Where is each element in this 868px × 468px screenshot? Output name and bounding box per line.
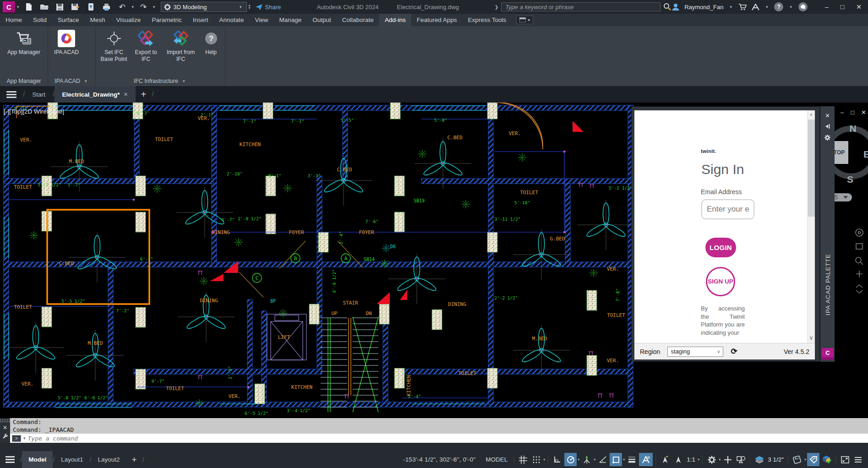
tab-home[interactable]: Home [0, 14, 27, 26]
new-file-icon[interactable] [22, 2, 36, 12]
palette-title[interactable]: IPA ACAD PALETTE [824, 254, 831, 316]
tab-visualize[interactable]: Visualize [111, 14, 147, 26]
elevation-layers-icon[interactable] [753, 453, 765, 466]
tab-featured-apps[interactable]: Featured Apps [411, 14, 463, 26]
share-button[interactable]: Share [255, 4, 281, 11]
tab-output[interactable]: Output [307, 14, 337, 26]
layout-menu-icon[interactable] [5, 456, 15, 463]
qat-customize-icon[interactable]: ▾▾ [249, 5, 251, 9]
scrollbar-thumb[interactable] [808, 120, 815, 217]
undo-icon[interactable]: ↶ [115, 2, 129, 12]
save-icon[interactable] [53, 2, 67, 12]
window-maximize-button[interactable]: □ [841, 3, 844, 11]
help-caret-icon[interactable]: ▾ [790, 5, 792, 9]
tab-express-tools[interactable]: Express Tools [462, 14, 512, 26]
workspace-gear-icon[interactable] [705, 453, 718, 466]
user-avatar-icon[interactable] [671, 3, 680, 11]
customization-icon[interactable] [852, 453, 864, 466]
clean-screen-icon[interactable] [839, 453, 851, 466]
isolate-objects-icon[interactable] [735, 453, 747, 466]
ipa-acad-button[interactable]: IPA ACAD [52, 28, 81, 56]
object-snap-tracking-icon[interactable] [596, 453, 609, 466]
app-store-cart-icon[interactable] [738, 3, 747, 11]
tab-view[interactable]: View [249, 14, 273, 26]
grid-display-icon[interactable] [517, 453, 529, 466]
isometric-drafting-icon[interactable] [580, 453, 593, 466]
snap-caret-icon[interactable]: ▾ [543, 457, 545, 462]
tab-surface[interactable]: Surface [52, 14, 85, 26]
ifc-help-button[interactable]: ? Help [201, 28, 221, 56]
annotation-tag-icon[interactable] [807, 453, 819, 466]
login-button[interactable]: LOGIN [705, 238, 736, 257]
feedback-icon[interactable] [798, 2, 808, 11]
new-layout-button[interactable]: + [126, 455, 142, 465]
import-from-ifc-button[interactable]: Import from IFC [164, 28, 198, 63]
email-field[interactable] [701, 199, 754, 219]
layout-tab-layout1[interactable]: Layout1 [55, 451, 89, 468]
scale-caret-icon[interactable]: ▾ [698, 457, 699, 462]
ortho-mode-icon[interactable] [551, 453, 563, 466]
elevation-value[interactable]: 3 1/2" [766, 456, 786, 463]
annotation-visibility-icon[interactable] [639, 453, 653, 466]
panel-footer-ifc[interactable]: IFC Infrastructure▾ [96, 76, 225, 86]
publish-icon[interactable] [84, 2, 98, 12]
recent-commands-caret-icon[interactable]: ▾ [23, 436, 26, 441]
file-menu-icon[interactable] [6, 91, 16, 98]
file-tab-start[interactable]: Start [25, 86, 53, 103]
file-tab-close-icon[interactable]: ✕ [123, 91, 128, 98]
properties-caret-icon[interactable]: ▾ [804, 457, 806, 462]
wrench-icon[interactable] [2, 433, 8, 439]
save-as-icon[interactable] [69, 2, 82, 12]
palette-scrollbar[interactable]: ∧ ∨ [807, 110, 815, 343]
viewport-controls[interactable]: [-][Top][2D Wireframe] [4, 108, 64, 115]
tab-solid[interactable]: Solid [27, 14, 52, 26]
osnap-caret-icon[interactable]: ▾ [623, 457, 625, 462]
new-drawing-button[interactable]: + [136, 89, 152, 100]
snap-mode-icon[interactable] [530, 453, 542, 466]
app-logo-icon[interactable]: C [3, 1, 15, 12]
tab-add-ins[interactable]: Add-ins [379, 14, 411, 26]
command-input[interactable] [28, 435, 868, 442]
workspace-dropdown[interactable]: 3D Modeling ▾ [161, 2, 247, 12]
drag-handle-icon[interactable] [0, 419, 10, 422]
username[interactable]: Raymond_Fan [684, 4, 723, 11]
palette-close-icon[interactable]: ✕ [825, 110, 830, 121]
panel-footer-ipa-acad[interactable]: IPA ACAD▾ [48, 76, 95, 86]
autodesk-caret-icon[interactable]: ▾ [766, 5, 768, 9]
help-icon[interactable]: ? [774, 2, 783, 11]
command-close-icon[interactable]: ✕ [3, 424, 7, 431]
region-select[interactable]: staging ∨ [667, 347, 723, 357]
palette-properties-gear-icon[interactable] [824, 132, 830, 143]
app-menu-caret-icon[interactable]: ▾ [17, 5, 19, 9]
workspace-caret-icon[interactable]: ▾ [719, 457, 721, 462]
tab-parametric[interactable]: Parametric [146, 14, 187, 26]
annotation-scale-value[interactable]: 1:1 [685, 456, 697, 463]
autodesk-logo-icon[interactable] [752, 4, 759, 11]
redo-caret-icon[interactable]: ▾ [153, 5, 155, 9]
iso-caret-icon[interactable]: ▾ [594, 457, 595, 462]
quick-properties-icon[interactable] [791, 453, 803, 466]
graphics-performance-icon[interactable] [820, 453, 833, 466]
export-to-ifc-button[interactable]: Export to IFC [131, 28, 161, 63]
object-snap-icon[interactable] [610, 453, 622, 466]
set-ifc-base-point-button[interactable]: Set IFC Base Point [99, 28, 129, 63]
palette-autohide-pin-icon[interactable] [825, 121, 830, 132]
user-caret-icon[interactable]: ▾ [730, 5, 732, 9]
plot-icon[interactable] [100, 2, 114, 12]
window-minimize-button[interactable]: – [825, 3, 829, 11]
refresh-icon[interactable]: ⟳ [731, 347, 737, 356]
file-tab-drawing[interactable]: Electrical_Drawing*✕ [55, 86, 135, 103]
redo-icon[interactable]: ↷ [136, 2, 150, 12]
signup-button[interactable]: SIGN UP [706, 267, 735, 296]
search-input[interactable] [501, 2, 661, 11]
ribbon-display-toggle[interactable]: ▾ [516, 16, 533, 24]
annotation-scale-icon[interactable] [672, 453, 684, 466]
window-close-button[interactable]: ✕ [856, 3, 862, 11]
panel-footer-app-manager[interactable]: App Manager [0, 76, 48, 86]
tab-annotate[interactable]: Annotate [213, 14, 249, 26]
lineweight-icon[interactable] [626, 453, 638, 466]
layout-tab-model[interactable]: Model [22, 451, 53, 468]
tab-collaborate[interactable]: Collaborate [337, 14, 379, 26]
search-icon[interactable] [663, 3, 671, 11]
app-manager-button[interactable]: App Manager [4, 28, 44, 56]
